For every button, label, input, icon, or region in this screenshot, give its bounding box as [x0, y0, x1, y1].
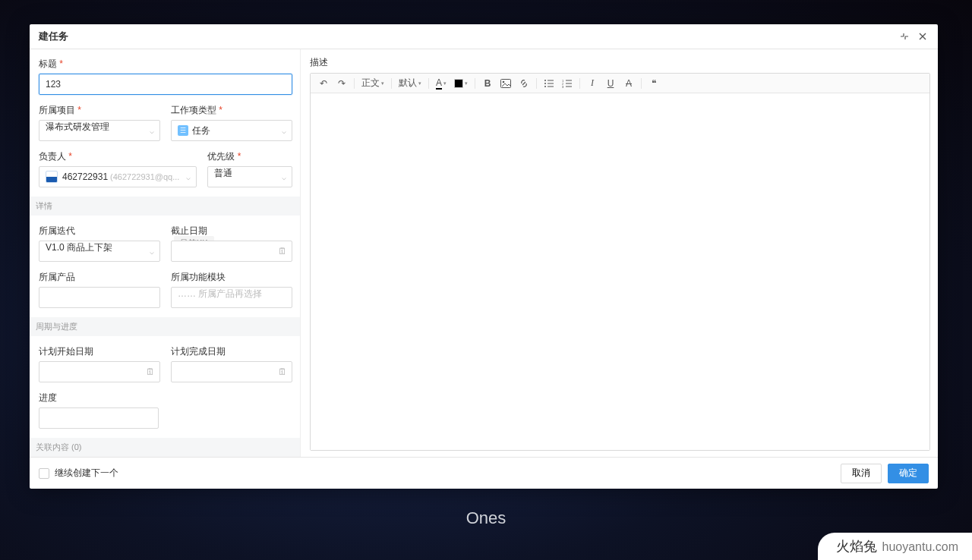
plan-end-input[interactable]	[171, 361, 292, 382]
watermark-en: huoyantu.com	[882, 540, 958, 554]
paragraph-style-select[interactable]: 正文▾	[358, 76, 387, 91]
watermark-zh: 火焰兔	[836, 537, 877, 555]
chain-link-icon	[519, 78, 529, 89]
close-icon[interactable]	[917, 30, 929, 42]
title-input[interactable]	[39, 74, 292, 95]
text-color-button[interactable]: A▾	[433, 76, 450, 91]
highlight-color-button[interactable]: ▾	[451, 76, 471, 91]
undo-button[interactable]: ↶	[315, 76, 332, 91]
plan-start-label: 计划开始日期	[39, 345, 160, 358]
title-label: 标题	[39, 58, 292, 71]
calendar-icon: 🗓	[146, 367, 155, 377]
editor-toolbar: ↶ ↷ 正文▾ 默认▾ A▾ ▾ B	[311, 74, 929, 93]
create-task-modal: 建任务 标题 所属项目 瀑布式研发管理 ⌵	[30, 24, 938, 489]
priority-select[interactable]: 普通	[207, 166, 292, 187]
watermark: 火焰兔 huoyantu.com	[818, 533, 972, 560]
svg-point-6	[544, 80, 546, 81]
avatar-icon	[46, 171, 58, 183]
underline-button[interactable]: U	[602, 76, 619, 91]
plan-end-label: 计划完成日期	[171, 345, 292, 358]
list-ol-icon: 123	[562, 79, 573, 88]
description-label: 描述	[310, 56, 930, 69]
rich-text-editor: ↶ ↷ 正文▾ 默认▾ A▾ ▾ B	[310, 73, 930, 451]
ordered-list-button[interactable]: 123	[559, 76, 576, 91]
page-caption: Ones	[0, 508, 972, 528]
continue-create-label: 继续创建下一个	[55, 467, 118, 480]
section-detail: 详情	[30, 197, 300, 216]
task-type-icon: ☰	[178, 125, 188, 136]
editor-content[interactable]	[311, 93, 929, 450]
quote-button[interactable]: ❝	[645, 76, 662, 91]
priority-label: 优先级	[207, 150, 292, 163]
confirm-button[interactable]: 确定	[888, 464, 929, 483]
font-select[interactable]: 默认▾	[396, 76, 424, 91]
modal-title: 建任务	[39, 30, 68, 43]
iteration-label: 所属迭代	[39, 225, 160, 238]
owner-label: 负责人	[39, 150, 197, 163]
module-label: 所属功能模块	[171, 271, 292, 284]
link-button[interactable]	[516, 76, 532, 91]
italic-button[interactable]: I	[584, 76, 601, 91]
progress-input[interactable]	[39, 407, 159, 429]
list-ul-icon	[544, 79, 554, 88]
plan-start-input[interactable]	[39, 361, 160, 382]
svg-point-8	[544, 86, 546, 87]
product-label: 所属产品	[39, 271, 160, 284]
svg-text:3: 3	[562, 85, 564, 88]
bold-button[interactable]: B	[479, 76, 496, 91]
calendar-icon: 🗓	[278, 367, 287, 377]
svg-point-5	[503, 80, 505, 83]
owner-select[interactable]: 462722931 (462722931@qq...	[39, 166, 197, 187]
unordered-list-button[interactable]	[541, 76, 557, 91]
modal-header: 建任务	[30, 24, 938, 49]
type-select[interactable]: ☰ 任务	[171, 120, 292, 141]
type-label: 工作项类型	[171, 104, 292, 117]
section-period: 周期与进度	[30, 317, 300, 336]
progress-label: 进度	[39, 392, 292, 404]
continue-create-checkbox[interactable]	[39, 468, 49, 479]
image-button[interactable]	[497, 76, 514, 91]
iteration-select[interactable]: V1.0 商品上下架	[39, 241, 160, 262]
project-label: 所属项目	[39, 104, 160, 117]
modal-footer: 继续创建下一个 取消 确定	[30, 457, 938, 489]
svg-point-7	[544, 83, 546, 84]
due-date-input[interactable]	[171, 241, 292, 262]
redo-button[interactable]: ↷	[333, 76, 350, 91]
image-icon	[500, 79, 511, 88]
cancel-button[interactable]: 取消	[841, 464, 882, 483]
description-pane: 描述 ↶ ↷ 正文▾ 默认▾ A▾ ▾ B	[301, 49, 938, 457]
minimize-icon[interactable]	[898, 30, 910, 42]
project-select[interactable]: 瀑布式研发管理	[39, 120, 160, 141]
calendar-icon: 🗓	[278, 246, 287, 256]
product-input[interactable]	[39, 287, 160, 308]
section-related: 关联内容 (0)	[30, 438, 300, 457]
module-input[interactable]: …… 所属产品再选择	[171, 287, 292, 308]
form-pane: 标题 所属项目 瀑布式研发管理 ⌵ 工作项类型 ☰ 任务	[30, 49, 301, 457]
strikethrough-button[interactable]: A	[620, 76, 637, 91]
